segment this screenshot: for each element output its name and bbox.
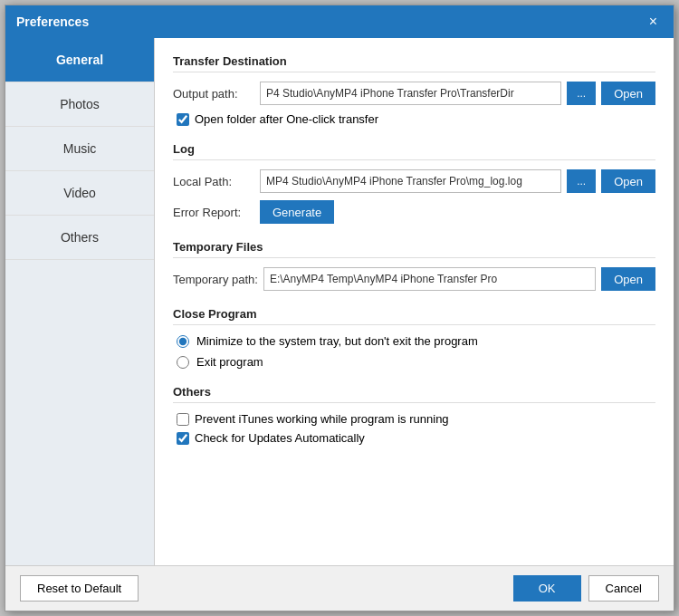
- content-area: Transfer Destination Output path: ... Op…: [155, 38, 674, 565]
- log-title: Log: [173, 142, 655, 160]
- prevent-itunes-label: Prevent iTunes working while program is …: [195, 412, 449, 426]
- sidebar-item-video[interactable]: Video: [5, 171, 154, 216]
- cancel-button[interactable]: Cancel: [588, 575, 659, 602]
- transfer-destination-title: Transfer Destination: [173, 54, 655, 72]
- local-path-dots-button[interactable]: ...: [567, 169, 596, 193]
- exit-radio[interactable]: [177, 356, 189, 369]
- open-folder-checkbox-row: Open folder after One-click transfer: [177, 112, 655, 126]
- minimize-radio[interactable]: [177, 335, 189, 348]
- window-body: General Photos Music Video Others Transf…: [5, 38, 674, 565]
- local-path-open-button[interactable]: Open: [601, 169, 655, 193]
- output-path-dots-button[interactable]: ...: [567, 82, 596, 105]
- section-temporary-files: Temporary Files Temporary path: Open: [173, 240, 655, 291]
- exit-label: Exit program: [196, 355, 263, 369]
- output-path-row: Output path: ... Open: [173, 82, 655, 105]
- minimize-label: Minimize to the system tray, but don't e…: [196, 334, 478, 348]
- check-updates-label: Check for Updates Automatically: [195, 431, 365, 445]
- sidebar-item-general[interactable]: General: [5, 38, 154, 82]
- output-path-input[interactable]: [260, 82, 561, 105]
- check-updates-checkbox[interactable]: [177, 432, 189, 445]
- sidebar-item-photos[interactable]: Photos: [5, 82, 154, 127]
- output-path-open-button[interactable]: Open: [601, 82, 655, 105]
- open-folder-label: Open folder after One-click transfer: [195, 112, 378, 126]
- minimize-radio-row: Minimize to the system tray, but don't e…: [177, 334, 655, 348]
- local-path-input[interactable]: [260, 169, 561, 193]
- close-button[interactable]: ×: [644, 13, 663, 31]
- prevent-itunes-checkbox[interactable]: [177, 413, 189, 426]
- section-others: Others Prevent iTunes working while prog…: [173, 385, 655, 445]
- others-title: Others: [173, 385, 655, 403]
- local-path-label: Local Path:: [173, 175, 254, 188]
- section-log: Log Local Path: ... Open Error Report: G…: [173, 142, 655, 224]
- title-bar: Preferences ×: [5, 5, 674, 38]
- section-close-program: Close Program Minimize to the system tra…: [173, 307, 655, 369]
- preferences-window: Preferences × General Photos Music Video…: [5, 5, 674, 611]
- close-program-title: Close Program: [173, 307, 655, 325]
- footer-actions: OK Cancel: [513, 575, 659, 602]
- reset-to-default-button[interactable]: Reset to Default: [20, 575, 139, 602]
- prevent-itunes-row: Prevent iTunes working while program is …: [177, 412, 655, 426]
- section-transfer-destination: Transfer Destination Output path: ... Op…: [173, 54, 655, 126]
- output-path-label: Output path:: [173, 87, 254, 101]
- sidebar: General Photos Music Video Others: [5, 38, 155, 565]
- check-updates-row: Check for Updates Automatically: [177, 431, 655, 445]
- exit-radio-row: Exit program: [177, 355, 655, 369]
- sidebar-item-others[interactable]: Others: [5, 216, 154, 260]
- temp-path-open-button[interactable]: Open: [601, 267, 655, 291]
- open-folder-checkbox[interactable]: [177, 113, 189, 126]
- ok-button[interactable]: OK: [513, 575, 581, 602]
- generate-button[interactable]: Generate: [260, 200, 334, 224]
- temp-path-label: Temporary path:: [173, 273, 258, 286]
- local-path-row: Local Path: ... Open: [173, 169, 655, 193]
- temporary-files-title: Temporary Files: [173, 240, 655, 258]
- temp-path-input[interactable]: [263, 267, 596, 291]
- error-report-label: Error Report:: [173, 206, 254, 219]
- sidebar-item-music[interactable]: Music: [5, 127, 154, 171]
- error-report-row: Error Report: Generate: [173, 200, 655, 224]
- window-title: Preferences: [16, 14, 89, 29]
- footer: Reset to Default OK Cancel: [5, 565, 674, 611]
- temp-path-row: Temporary path: Open: [173, 267, 655, 291]
